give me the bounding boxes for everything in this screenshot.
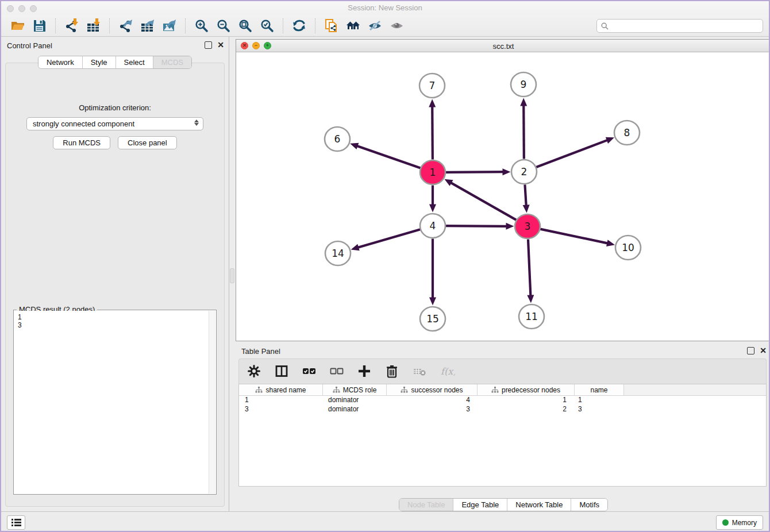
- graph-node-7[interactable]: 7: [419, 74, 445, 98]
- float-table-panel-icon[interactable]: [747, 347, 754, 354]
- graph-edge-2-3[interactable]: [523, 184, 530, 213]
- columns-button[interactable]: [275, 364, 290, 379]
- close-panel-button[interactable]: Close panel: [118, 136, 177, 149]
- graph-edge-4-3[interactable]: [445, 223, 514, 230]
- network-file-button[interactable]: [322, 17, 341, 34]
- delete-table-icon: [413, 364, 428, 379]
- cell-predecessor-nodes[interactable]: 2: [476, 405, 572, 414]
- search-box[interactable]: [596, 19, 763, 33]
- cell-name[interactable]: 3: [572, 405, 621, 414]
- graph-node-10[interactable]: 10: [615, 236, 641, 260]
- graph-node-2[interactable]: 2: [511, 160, 537, 184]
- trash-button[interactable]: [385, 364, 400, 379]
- graph-edge-3-1[interactable]: [444, 179, 516, 220]
- import-table-button[interactable]: [84, 17, 103, 34]
- zoom-selected-button[interactable]: [257, 17, 277, 34]
- graph-node-11[interactable]: 11: [519, 304, 544, 329]
- graph-node-1[interactable]: 1: [420, 160, 445, 184]
- network-view-window: ✕ − + scc.txt 7968124314101511: [236, 39, 770, 341]
- float-panel-icon[interactable]: [205, 41, 212, 49]
- zoom-in-button[interactable]: [192, 17, 211, 34]
- save-button[interactable]: [30, 17, 49, 34]
- cell-successor-nodes[interactable]: 3: [386, 405, 476, 414]
- open-folder-button[interactable]: [8, 17, 28, 34]
- table-tab-node-table[interactable]: Node Table: [399, 499, 453, 511]
- close-table-panel-icon[interactable]: ✕: [760, 348, 767, 354]
- table-tabs: Node TableEdge TableNetwork TableMotifs: [236, 498, 770, 511]
- refresh-button[interactable]: [290, 17, 309, 34]
- gear-button[interactable]: [247, 364, 262, 379]
- column-header-successor-nodes[interactable]: successor nodes: [387, 384, 478, 395]
- graph-node-15[interactable]: 15: [420, 307, 445, 331]
- select-all-button[interactable]: [302, 364, 317, 379]
- svg-text:15: 15: [426, 313, 439, 325]
- close-panel-icon[interactable]: ✕: [217, 42, 224, 48]
- tab-select[interactable]: Select: [116, 56, 153, 68]
- table-tab-motifs[interactable]: Motifs: [571, 499, 607, 511]
- graph-node-6[interactable]: 6: [325, 127, 350, 151]
- export-network-icon: [118, 18, 133, 33]
- criterion-select[interactable]: strongly connected component: [26, 117, 203, 130]
- table-row[interactable]: 1dominator411: [239, 396, 766, 405]
- refresh-icon: [292, 18, 307, 33]
- graph-edge-3-10[interactable]: [540, 229, 615, 246]
- graph-node-8[interactable]: 8: [614, 121, 640, 145]
- cell-MCDS-role[interactable]: dominator: [322, 405, 386, 414]
- column-header-name[interactable]: name: [575, 384, 624, 395]
- graph-edge-2-8[interactable]: [536, 137, 614, 167]
- cell-shared-name[interactable]: 3: [239, 405, 322, 414]
- import-network-button[interactable]: [62, 17, 82, 34]
- add-button[interactable]: [357, 364, 372, 379]
- cell-shared-name[interactable]: 1: [239, 396, 322, 405]
- show-eye-button[interactable]: [387, 17, 407, 34]
- graph-edge-1-6[interactable]: [350, 143, 421, 168]
- toolbar-separator: [283, 18, 284, 33]
- search-input[interactable]: [611, 21, 763, 30]
- graph-edge-4-14[interactable]: [351, 229, 421, 250]
- graph-edge-3-11[interactable]: [527, 239, 534, 303]
- cell-MCDS-role[interactable]: dominator: [322, 396, 386, 405]
- column-header-predecessor-nodes[interactable]: predecessor nodes: [478, 384, 575, 395]
- task-history-button[interactable]: [7, 515, 25, 530]
- zoom-out-button[interactable]: [214, 17, 233, 34]
- memory-button[interactable]: Memory: [716, 515, 763, 530]
- export-table-button[interactable]: [138, 17, 157, 34]
- svg-text:9: 9: [521, 79, 527, 90]
- graph-edge-2-9[interactable]: [520, 98, 527, 159]
- table-tab-network-table[interactable]: Network Table: [507, 499, 571, 511]
- column-header-shared-name[interactable]: shared name: [239, 384, 323, 395]
- run-mcds-button[interactable]: Run MCDS: [53, 136, 110, 149]
- deselect-all-button[interactable]: [330, 364, 345, 379]
- panel-splitter-handle[interactable]: [230, 268, 234, 283]
- zoom-fit-button[interactable]: [236, 17, 255, 34]
- graph-edge-1-7[interactable]: [429, 99, 436, 159]
- hide-eye-button[interactable]: [365, 17, 385, 34]
- tab-mcds[interactable]: MCDS: [153, 56, 191, 68]
- table-tab-edge-table[interactable]: Edge Table: [453, 499, 507, 511]
- svg-text:11: 11: [525, 311, 538, 322]
- cell-predecessor-nodes[interactable]: 1: [476, 396, 572, 405]
- graph-node-4[interactable]: 4: [420, 214, 445, 238]
- export-network-button[interactable]: [116, 17, 136, 34]
- mcds-result-text[interactable]: 1 3: [14, 311, 209, 494]
- graph-edge-1-2[interactable]: [445, 168, 510, 175]
- home-neighbors-button[interactable]: [344, 17, 363, 34]
- table-row[interactable]: 3dominator323: [239, 405, 766, 414]
- tab-style[interactable]: Style: [82, 56, 116, 68]
- import-network-icon: [64, 18, 79, 33]
- graph-node-3[interactable]: 3: [515, 214, 540, 238]
- node-table: shared name MCDS role successor nodes pr…: [238, 384, 767, 487]
- graph-edge-1-4[interactable]: [429, 186, 436, 213]
- graph-edge-4-15[interactable]: [429, 239, 436, 306]
- graph-node-14[interactable]: 14: [325, 241, 351, 265]
- tab-network[interactable]: Network: [38, 56, 82, 68]
- cell-name[interactable]: 1: [572, 396, 621, 405]
- fx-button: f(x): [440, 364, 455, 379]
- column-header-MCDS-role[interactable]: MCDS role: [323, 384, 387, 395]
- export-image-button[interactable]: [160, 17, 179, 34]
- graph-node-9[interactable]: 9: [511, 72, 536, 97]
- result-scrollbar[interactable]: [209, 311, 215, 494]
- cell-successor-nodes[interactable]: 4: [386, 396, 476, 405]
- trash-icon: [385, 364, 400, 379]
- network-canvas[interactable]: 7968124314101511: [236, 52, 770, 341]
